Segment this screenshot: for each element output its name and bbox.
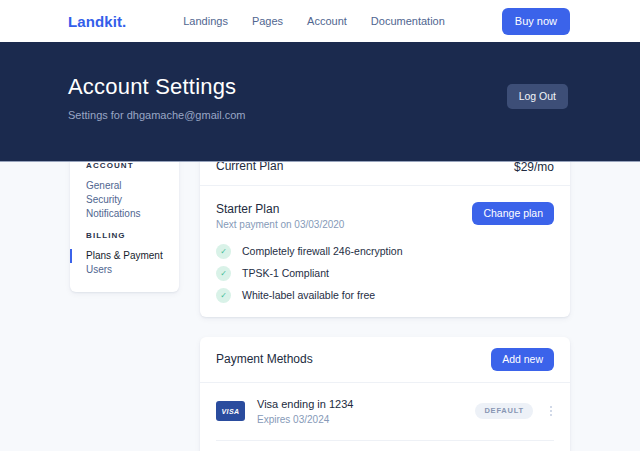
check-icon (216, 288, 231, 303)
sidebar-item-notifications[interactable]: Notifications (70, 207, 179, 221)
plan-features-list: Completely firewall 246-encryption TPSK-… (216, 244, 554, 303)
settings-main: Current Plan $29/mo Starter Plan Next pa… (200, 148, 570, 451)
nav-link-documentation[interactable]: Documentation (371, 15, 445, 27)
sidebar-heading-billing: BILLING (70, 231, 179, 241)
table-row: VISA Visa ending in 1234 Expires 03/2024… (200, 383, 570, 440)
nav-link-pages[interactable]: Pages (252, 15, 283, 27)
change-plan-button[interactable]: Change plan (472, 202, 554, 225)
list-item: Completely firewall 246-encryption (216, 244, 554, 259)
sidebar-item-general[interactable]: General (70, 179, 179, 193)
list-item: White-label available for free (216, 288, 554, 303)
buy-now-button[interactable]: Buy now (502, 8, 570, 35)
content-area: ACCOUNT General Security Notifications B… (70, 148, 570, 451)
table-row: Mastercard ending in 1234 (200, 441, 570, 451)
sidebar-item-security[interactable]: Security (70, 193, 179, 207)
next-payment-label: Next payment on 03/03/2020 (216, 220, 344, 230)
payment-methods-card: Payment Methods Add new VISA Visa ending… (200, 337, 570, 451)
sidebar-heading-account: ACCOUNT (70, 161, 179, 171)
top-navbar: Landkit. Landings Pages Account Document… (0, 0, 640, 42)
plan-summary: Starter Plan Next payment on 03/03/2020 (216, 202, 344, 230)
nav-link-account[interactable]: Account (307, 15, 347, 27)
page-title: Account Settings (68, 74, 568, 100)
sidebar-item-plans-payment[interactable]: Plans & Payment (70, 249, 179, 263)
check-icon (216, 244, 231, 259)
payment-card-name: Visa ending in 1234 (257, 398, 353, 411)
feature-label: Completely firewall 246-encryption (242, 244, 403, 259)
payment-card-expiry: Expires 03/2024 (257, 414, 353, 425)
nav-link-landings[interactable]: Landings (183, 15, 228, 27)
hero-banner: Account Settings Settings for dhgamache@… (0, 42, 640, 162)
brand-logo[interactable]: Landkit. (68, 13, 126, 30)
nav-links: Landings Pages Account Documentation (126, 15, 501, 27)
list-item: TPSK-1 Compliant (216, 266, 554, 281)
page-subtitle: Settings for dhgamache@gmail.com (68, 109, 568, 121)
sidebar-item-users[interactable]: Users (70, 263, 179, 277)
payment-methods-title: Payment Methods (216, 352, 313, 367)
current-plan-body: Starter Plan Next payment on 03/03/2020 … (200, 186, 570, 317)
sidebar-group-billing: BILLING Plans & Payment Users (70, 231, 179, 277)
more-options-icon[interactable] (548, 404, 554, 418)
payment-methods-header: Payment Methods Add new (200, 337, 570, 383)
plan-summary-row: Starter Plan Next payment on 03/03/2020 … (216, 202, 554, 230)
logout-button[interactable]: Log Out (507, 84, 568, 109)
status-badge: DEFAULT (475, 403, 533, 419)
check-icon (216, 266, 231, 281)
settings-sidebar: ACCOUNT General Security Notifications B… (70, 148, 179, 292)
visa-card-icon: VISA (216, 401, 245, 421)
payment-card-info: Visa ending in 1234 Expires 03/2024 (257, 398, 353, 425)
sidebar-group-account: ACCOUNT General Security Notifications (70, 161, 179, 221)
current-plan-card: Current Plan $29/mo Starter Plan Next pa… (200, 148, 570, 317)
feature-label: White-label available for free (242, 288, 375, 303)
feature-label: TPSK-1 Compliant (242, 266, 329, 281)
plan-name: Starter Plan (216, 202, 344, 216)
add-new-button[interactable]: Add new (491, 348, 554, 371)
